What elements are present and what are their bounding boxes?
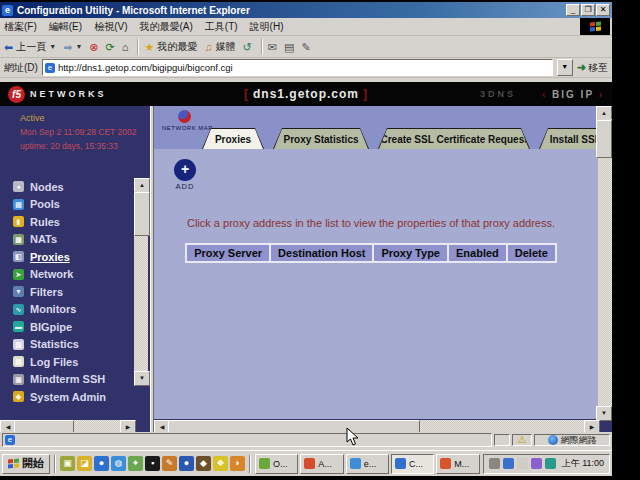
scroll-down-icon[interactable]: ▼ xyxy=(596,406,612,421)
menu-item-view[interactable]: 檢視(V) xyxy=(94,20,127,34)
back-dropdown-icon[interactable]: ▼ xyxy=(49,43,56,50)
restore-button[interactable]: ❐ xyxy=(581,4,595,16)
scroll-thumb[interactable] xyxy=(134,192,150,236)
menu-item-tools[interactable]: 工具(T) xyxy=(205,20,238,34)
quicklaunch-9-icon[interactable]: ◆ xyxy=(196,456,211,471)
address-dropdown-icon[interactable]: ▼ xyxy=(557,59,573,76)
go-label: 移至 xyxy=(588,61,608,75)
favorites-button[interactable]: ★ 我的最愛 xyxy=(144,40,197,54)
quicklaunch-2-icon[interactable]: ◪ xyxy=(77,456,92,471)
forward-button[interactable]: ➡ ▼ xyxy=(63,41,82,53)
volume-tray-icon[interactable] xyxy=(489,458,500,469)
quicklaunch-10-icon[interactable]: ❖ xyxy=(213,456,228,471)
column-header-enabled[interactable]: Enabled xyxy=(449,245,506,261)
menu-item-favorites[interactable]: 我的最愛(A) xyxy=(139,20,192,34)
column-header-proxy-type[interactable]: Proxy Type xyxy=(374,245,447,261)
scroll-right-icon[interactable]: ▶ xyxy=(120,420,136,432)
main-frame: NETWORK MAP ProxiesProxy StatisticsCreat… xyxy=(154,106,612,432)
mindterm-ssh-icon: ▣ xyxy=(13,374,24,385)
taskbar-clock[interactable]: 上午 11:00 xyxy=(562,457,604,470)
sidebar-item-label: BIGpipe xyxy=(30,321,72,333)
quicklaunch-1-icon[interactable]: ▣ xyxy=(60,456,75,471)
sidebar-item-nats[interactable]: ▦NATs xyxy=(0,231,134,249)
favorites-icon: ★ xyxy=(144,41,154,53)
sidebar-item-pools[interactable]: ▤Pools xyxy=(0,196,134,214)
taskbar-window-5[interactable]: M... xyxy=(436,454,479,474)
add-label: ADD xyxy=(170,182,200,191)
screen: e Configuration Utility - Microsoft Inte… xyxy=(0,0,640,480)
taskbar-window-1[interactable]: O... xyxy=(255,454,298,474)
scroll-track[interactable] xyxy=(598,119,612,406)
statistics-icon: ▧ xyxy=(13,339,24,350)
network-status-tray-icon[interactable] xyxy=(503,458,514,469)
scroll-thumb[interactable] xyxy=(596,120,612,158)
window-titlebar[interactable]: e Configuration Utility - Microsoft Inte… xyxy=(0,2,612,18)
print-button[interactable]: ▤ xyxy=(284,41,294,53)
start-button[interactable]: 開始 xyxy=(2,454,50,474)
go-button[interactable]: ➜ 移至 xyxy=(577,61,608,75)
column-header-delete[interactable]: Delete xyxy=(508,245,555,261)
stop-button[interactable]: ⊗ xyxy=(89,41,98,53)
desktop: e Configuration Utility - Microsoft Inte… xyxy=(0,2,612,476)
sidebar-item-bigpipe[interactable]: ▬BIGpipe xyxy=(0,318,134,336)
quicklaunch-7-icon[interactable]: ✎ xyxy=(162,456,177,471)
sidebar-item-proxies[interactable]: ◧Proxies xyxy=(0,248,134,266)
sidebar-item-mindterm-ssh[interactable]: ▣Mindterm SSH xyxy=(0,371,134,389)
menu-item-file[interactable]: 檔案(F) xyxy=(4,20,37,34)
add-proxy-button[interactable]: + ADD xyxy=(170,159,200,191)
system-tray: 上午 11:00 xyxy=(483,454,610,474)
sidebar-item-monitors[interactable]: ∿Monitors xyxy=(0,301,134,319)
column-header-proxy-server[interactable]: Proxy Server xyxy=(187,245,269,261)
column-header-destination-host[interactable]: Destination Host xyxy=(271,245,372,261)
address-input[interactable]: e http://dns1.getop.com/bigipgui/bigconf… xyxy=(42,59,553,76)
scheduler-tray-icon[interactable] xyxy=(531,458,542,469)
sidebar-vertical-scrollbar[interactable]: ▲ ▼ xyxy=(134,178,150,384)
print-icon: ▤ xyxy=(284,41,294,53)
sidebar-item-filters[interactable]: ▼Filters xyxy=(0,283,134,301)
sidebar-item-rules[interactable]: ▮Rules xyxy=(0,213,134,231)
taskbar-window-3[interactable]: e... xyxy=(346,454,389,474)
history-button[interactable]: ↺ xyxy=(243,41,252,53)
home-button[interactable]: ⌂ xyxy=(122,41,129,53)
quicklaunch-3-icon[interactable]: ● xyxy=(94,456,109,471)
close-button[interactable]: ✕ xyxy=(596,4,610,16)
mail-button[interactable]: ✉ xyxy=(268,41,277,53)
scroll-down-icon[interactable]: ▼ xyxy=(134,371,150,386)
refresh-button[interactable]: ⟳ xyxy=(106,41,115,53)
antivirus-tray-icon[interactable] xyxy=(545,458,556,469)
sidebar-item-network[interactable]: ➤Network xyxy=(0,266,134,284)
back-button[interactable]: ⬅ 上一頁 ▼ xyxy=(4,40,56,54)
scroll-thumb[interactable] xyxy=(14,420,74,432)
sidebar-horizontal-scrollbar[interactable]: ◀ ▶ xyxy=(0,420,134,432)
back-label: 上一頁 xyxy=(16,40,46,54)
internet-zone-icon xyxy=(548,435,558,445)
sidebar-item-nodes[interactable]: ●Nodes xyxy=(0,178,134,196)
quicklaunch-5-icon[interactable]: ✦ xyxy=(128,456,143,471)
minimize-button[interactable]: _ xyxy=(566,4,580,16)
menu-item-help[interactable]: 說明(H) xyxy=(250,20,284,34)
media-button[interactable]: ♫ 媒體 xyxy=(204,40,235,54)
main-vertical-scrollbar[interactable]: ▲ ▼ xyxy=(598,106,612,432)
tab-proxies[interactable]: Proxies xyxy=(202,128,264,149)
network-map-button[interactable]: NETWORK MAP xyxy=(162,110,206,131)
ime-tray-icon[interactable] xyxy=(517,458,528,469)
quicklaunch-4-icon[interactable]: ◍ xyxy=(111,456,126,471)
sidebar-item-statistics[interactable]: ▧Statistics xyxy=(0,336,134,354)
tab-proxy-statistics[interactable]: Proxy Statistics xyxy=(273,128,369,149)
forward-dropdown-icon[interactable]: ▼ xyxy=(75,43,82,50)
main-horizontal-scrollbar[interactable]: ◀ ▶ xyxy=(154,420,598,432)
refresh-icon: ⟳ xyxy=(106,41,115,53)
quicklaunch-6-icon[interactable]: ▪ xyxy=(145,456,160,471)
tab-install-ssl-certificate[interactable]: Install SSL Certifi xyxy=(539,128,598,149)
tab-create-ssl-certificate-request[interactable]: Create SSL Certificate Request xyxy=(378,128,530,149)
mail-icon: ✉ xyxy=(268,41,277,53)
sidebar-item-log-files[interactable]: ▤Log Files xyxy=(0,353,134,371)
edit-button[interactable]: ✎ xyxy=(301,41,310,53)
quicklaunch-8-icon[interactable]: ● xyxy=(179,456,194,471)
quicklaunch-11-icon[interactable]: ◗ xyxy=(230,456,245,471)
bracket-left: [ xyxy=(244,87,249,101)
menu-item-edit[interactable]: 編輯(E) xyxy=(49,20,82,34)
sidebar-item-system-admin[interactable]: ◆System Admin xyxy=(0,388,134,406)
taskbar-window-4[interactable]: C... xyxy=(391,454,434,474)
taskbar-window-2[interactable]: A... xyxy=(300,454,343,474)
